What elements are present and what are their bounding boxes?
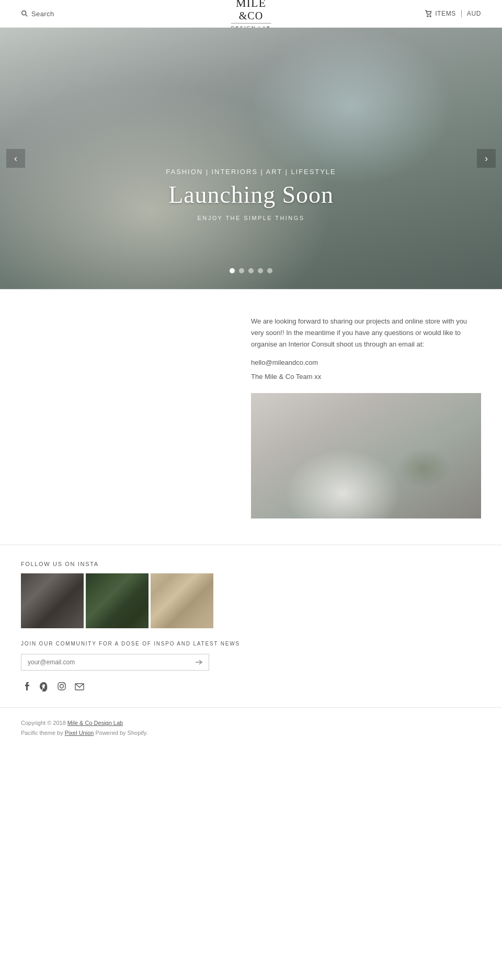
slider-dot-2[interactable]	[239, 268, 244, 273]
search-button[interactable]: Search	[21, 10, 54, 18]
bathroom-image-inner	[251, 393, 481, 518]
logo-text: MILE &CO	[231, 0, 271, 22]
svg-point-0	[22, 11, 26, 15]
main-right-column: We are looking forward to sharing our pr…	[251, 316, 481, 518]
main-left-column	[21, 316, 230, 518]
hero-subtitle: FASHION | INTERIORS | ART | LIFESTYLE	[0, 168, 502, 176]
team-signature: The Mile & Co Team xx	[251, 373, 481, 381]
theme-link[interactable]: Pixel Union	[65, 730, 94, 736]
instagram-image-2	[86, 573, 149, 628]
svg-point-3	[430, 16, 431, 17]
hero-slider: FASHION | INTERIORS | ART | LIFESTYLE La…	[0, 28, 502, 289]
site-header: Search MILE &CO DESIGN LAB ITEMS AUD	[0, 0, 502, 28]
instagram-section: FOLLOW US ON INSTA JOIN OUR COMMUNITY FO…	[0, 545, 502, 691]
copyright-text: Copyright © 2018	[21, 720, 66, 726]
instagram-grid	[21, 573, 481, 628]
slider-prev-button[interactable]: ‹	[6, 149, 25, 168]
instagram-item-1[interactable]	[21, 573, 84, 628]
cart-button[interactable]: ITEMS	[424, 9, 456, 18]
instagram-section-label: FOLLOW US ON INSTA	[21, 561, 481, 567]
shopify-text: Powered by Shopify.	[95, 730, 147, 736]
pinterest-icon[interactable]	[39, 681, 49, 691]
theme-text: Pacific theme by	[21, 730, 63, 736]
main-body-text: We are looking forward to sharing our pr…	[251, 316, 481, 350]
email-subscribe-form	[21, 654, 209, 671]
brand-link[interactable]: Mile & Co Design Lab	[67, 720, 123, 726]
svg-point-7	[64, 684, 65, 685]
slider-dot-5[interactable]	[267, 268, 272, 273]
hero-text-block: FASHION | INTERIORS | ART | LIFESTYLE La…	[0, 168, 502, 221]
header-divider	[461, 10, 462, 17]
slider-next-button[interactable]: ›	[477, 149, 496, 168]
footer-text: Copyright © 2018 Mile & Co Design Lab Pa…	[21, 718, 481, 737]
svg-line-1	[26, 15, 27, 16]
hero-tagline: ENJOY THE SIMPLE THINGS	[0, 215, 502, 221]
contact-email[interactable]: hello@mileandco.com	[251, 359, 481, 366]
community-label: JOIN OUR COMMUNITY FOR A DOSE OF INSPO A…	[21, 641, 481, 647]
hero-background	[0, 28, 502, 289]
site-footer: Copyright © 2018 Mile & Co Design Lab Pa…	[0, 707, 502, 748]
slider-dots	[0, 268, 502, 273]
hero-overlay	[0, 28, 502, 289]
search-label: Search	[31, 10, 54, 18]
facebook-icon[interactable]	[21, 681, 31, 691]
email-icon[interactable]	[74, 681, 85, 691]
slider-dot-3[interactable]	[248, 268, 254, 273]
cart-icon	[424, 9, 432, 18]
email-subscribe-input[interactable]	[21, 654, 189, 670]
email-submit-button[interactable]	[189, 654, 209, 670]
instagram-image-1	[21, 573, 84, 628]
hero-title: Launching Soon	[0, 181, 502, 209]
svg-point-6	[60, 685, 64, 688]
svg-point-2	[427, 16, 428, 17]
currency-label[interactable]: AUD	[467, 10, 481, 17]
submit-arrow-icon	[195, 659, 202, 666]
slider-dot-1[interactable]	[230, 268, 235, 273]
search-icon	[21, 10, 28, 17]
instagram-icon[interactable]	[56, 681, 67, 691]
site-logo[interactable]: MILE &CO DESIGN LAB	[231, 0, 271, 30]
cart-label: ITEMS	[435, 10, 456, 17]
social-icons-row	[21, 681, 481, 691]
instagram-item-3[interactable]	[151, 573, 213, 628]
main-content: We are looking forward to sharing our pr…	[0, 289, 502, 545]
bathroom-image	[251, 393, 481, 518]
slider-dot-4[interactable]	[258, 268, 263, 273]
instagram-image-3	[151, 573, 213, 628]
header-right: ITEMS AUD	[424, 9, 481, 18]
instagram-item-2[interactable]	[86, 573, 149, 628]
